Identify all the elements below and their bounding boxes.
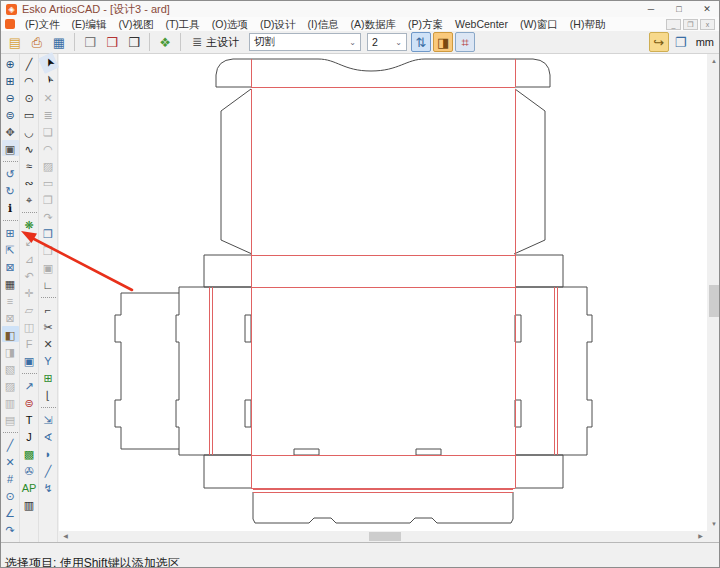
zoom-in-tool[interactable]: ⊕ [2, 55, 19, 71]
hatch-grid-tool[interactable]: # [2, 470, 19, 486]
move-design-up-tool[interactable]: ⇱ [2, 241, 19, 257]
offset-line-tool[interactable]: ❋ [21, 216, 38, 232]
maximize-button[interactable]: □ [665, 1, 693, 17]
direction-arrow-button[interactable]: ↪ [649, 32, 669, 52]
pan-tool[interactable]: ✥ [2, 123, 19, 139]
menu-window[interactable]: (W)窗口 [514, 17, 564, 31]
print-output-button[interactable]: ⎙ [27, 32, 47, 52]
menu-view[interactable]: (V)视图 [112, 17, 159, 31]
step-tool[interactable]: ⌊ [40, 386, 57, 402]
ellipse-tool[interactable]: ⊜ [21, 394, 38, 410]
angle-rays-tool[interactable]: ∠ [2, 504, 19, 520]
workspace-book-button[interactable]: ❐ [671, 32, 691, 52]
title-bar: ◈ Esko ArtiosCAD - [设计3 - ard] ─ □ ✕ [1, 1, 720, 17]
zoom-rectangle-tool[interactable]: ⊞ [2, 72, 19, 88]
angle-dimension-tool[interactable]: ∢ [40, 428, 57, 444]
menu-tools[interactable]: (T)工具 [159, 17, 205, 31]
minimize-button[interactable]: ─ [637, 1, 665, 17]
barcode-tool[interactable]: ▥ [21, 496, 38, 512]
copy-design-tool[interactable]: ⊠ [2, 258, 19, 274]
menu-help[interactable]: (H)帮助 [564, 17, 612, 31]
dimension-tool[interactable]: ⇲ [40, 411, 57, 427]
add-design-to-layout-tool[interactable]: ⊞ [2, 224, 19, 240]
scale-dropdown[interactable]: 2 ⌄ [367, 33, 407, 51]
rotate-cw-tool[interactable]: ↻ [2, 182, 19, 198]
box-3d-tool[interactable]: ❒ [40, 225, 57, 241]
italic-text-tool[interactable]: J [21, 428, 38, 444]
text-tool[interactable]: T [21, 411, 38, 427]
line-tool[interactable]: ╱ [21, 55, 38, 71]
construction-line-tool[interactable]: ╱ [2, 436, 19, 452]
attach-file-tool[interactable]: ✇ [21, 462, 38, 478]
save-button[interactable]: ▦ [49, 32, 69, 52]
screen-output-tool[interactable]: ▦ [2, 275, 19, 291]
curve-hook-tool[interactable]: ↷ [2, 521, 19, 537]
horizontal-scrollbar[interactable]: ◀ ▶ [59, 531, 707, 542]
vertical-scrollbar[interactable]: ▲ ▼ [707, 54, 720, 531]
table-tool[interactable]: ⊞ [40, 369, 57, 385]
break-line-tool[interactable]: ✕ [40, 335, 57, 351]
dieline-view-toggle[interactable]: ⌗ [455, 32, 475, 52]
menu-design[interactable]: (D)设计 [254, 17, 302, 31]
rectangle-tool[interactable]: ▭ [21, 106, 38, 122]
stairs-tool[interactable]: ∟ [40, 276, 57, 292]
info-tool[interactable]: ℹ [2, 199, 19, 215]
scroll-right-icon[interactable]: ▶ [694, 531, 707, 542]
main-design-button[interactable]: ≣ 主设计 [185, 32, 246, 52]
menu-info[interactable]: (I)信息 [302, 17, 345, 31]
menu-edit[interactable]: (E)编辑 [65, 17, 112, 31]
layer-dropdown[interactable]: 切割 ⌄ [249, 33, 361, 51]
insert-rectangle-tool[interactable]: ▣ [21, 352, 38, 368]
vertical-scroll-thumb[interactable] [709, 285, 719, 317]
arc-tool[interactable]: ◠ [21, 72, 38, 88]
zoom-previous-tool[interactable]: ⊜ [2, 106, 19, 122]
open-file-button[interactable]: ▤ [5, 32, 25, 52]
layer-order-button[interactable]: ⇅ [411, 32, 431, 52]
rotate-ccw-tool[interactable]: ↺ [2, 165, 19, 181]
label-ap-tool[interactable]: AP [21, 479, 38, 495]
mdi-restore-button[interactable]: ❐ [683, 19, 698, 30]
scroll-left-icon[interactable]: ◀ [59, 531, 72, 542]
bezier-tool[interactable]: ∿ [21, 140, 38, 156]
slash-dimension-tool[interactable]: ╱ [40, 462, 57, 478]
scroll-down-icon[interactable]: ▼ [707, 517, 720, 531]
menu-file[interactable]: (F)文件 [19, 17, 65, 31]
mdi-close-button[interactable]: x [700, 19, 715, 30]
document-icon [5, 19, 15, 29]
select-copy-tool[interactable]: ➣ [37, 69, 59, 91]
scissors-tool[interactable]: ✂ [40, 318, 57, 334]
extend-line-tool[interactable]: ↗ [21, 377, 38, 393]
arc-dimension-tool[interactable]: ◗ [40, 445, 57, 461]
design-canvas[interactable] [59, 54, 707, 531]
box-outline-tool: ❒ [40, 242, 57, 258]
menu-database[interactable]: (A)数据库 [345, 17, 403, 31]
standards-catalog-button[interactable]: ❖ [155, 32, 175, 52]
zigzag-dimension-tool[interactable]: ↯ [40, 479, 57, 495]
hatch-fill-tool[interactable]: ▩ [21, 445, 38, 461]
close-button[interactable]: ✕ [693, 1, 720, 17]
spline-tool[interactable]: ≈ [21, 157, 38, 173]
menu-webcenter[interactable]: WebCenter [449, 17, 514, 31]
zoom-out-tool[interactable]: ⊖ [2, 89, 19, 105]
convert-selection-to-3d-button[interactable]: ❒ [102, 32, 122, 52]
fill-sample-tool: ▥ [2, 394, 19, 410]
branch-tool[interactable]: Y [40, 352, 57, 368]
construction-cross-tool[interactable]: ✕ [2, 453, 19, 469]
menu-project[interactable]: (P)方案 [402, 17, 449, 31]
scale-to-fit-tool[interactable]: ▣ [2, 140, 19, 156]
scroll-up-icon[interactable]: ▲ [707, 54, 720, 68]
fill-color-tool[interactable]: ◧ [2, 326, 19, 342]
layer-overlap-button[interactable]: ◨ [433, 32, 453, 52]
mdi-minimize-button[interactable]: _ [666, 19, 681, 30]
center-point-tool[interactable]: ⊙ [2, 487, 19, 503]
chevron-down-icon: ⌄ [349, 38, 356, 47]
menu-options[interactable]: (O)选项 [206, 17, 254, 31]
freehand-tool[interactable]: ∾ [21, 174, 38, 190]
view-3d-button[interactable]: ❒ [124, 32, 144, 52]
circle-tool[interactable]: ⊙ [21, 89, 38, 105]
datum-point-tool[interactable]: ⌖ [21, 191, 38, 207]
arc-3point-tool[interactable]: ◡ [21, 123, 38, 139]
corner-tool[interactable]: ⌐ [40, 301, 57, 317]
horizontal-scroll-thumb[interactable] [369, 532, 401, 541]
convert-to-3d-button[interactable]: ❒ [80, 32, 100, 52]
